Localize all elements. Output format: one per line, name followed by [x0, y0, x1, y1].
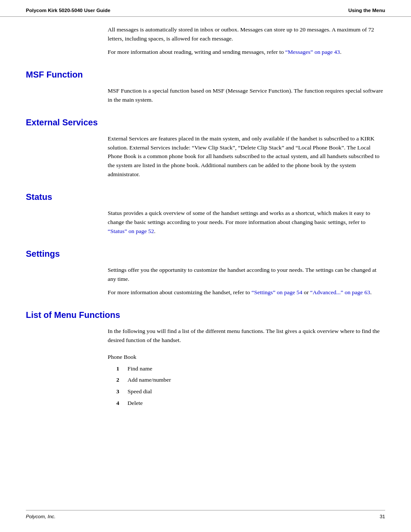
- list-item: 1 Find name: [116, 364, 385, 373]
- settings-para2: For more information about customizing t…: [108, 288, 385, 297]
- status-link[interactable]: “Status” on page 52: [108, 228, 154, 234]
- item-num-1: 1: [116, 364, 125, 373]
- advanced-link[interactable]: “Advanced...” on page 63: [310, 289, 370, 296]
- section-list-menu-functions: List of Menu Functions In the following …: [26, 310, 385, 408]
- intro-para2-end: .: [340, 49, 341, 55]
- list-menu-functions-body: In the following you will find a list of…: [108, 327, 385, 345]
- item-num-2: 2: [116, 376, 125, 385]
- external-services-heading: External Services: [26, 118, 385, 128]
- footer-page-number: 31: [380, 514, 385, 519]
- settings-para1: Settings offer you the opportunity to cu…: [108, 266, 385, 284]
- intro-para2: For more information about reading, writ…: [108, 48, 385, 57]
- item-text-2: Add name/number: [128, 376, 171, 385]
- settings-para2-mid: or: [302, 289, 310, 296]
- item-text-1: Find name: [128, 364, 152, 373]
- external-services-body: External Services are features placed in…: [108, 134, 385, 180]
- settings-body: Settings offer you the opportunity to cu…: [108, 266, 385, 297]
- msf-function-heading: MSF Function: [26, 70, 385, 80]
- item-num-3: 3: [116, 387, 125, 396]
- page: Polycom Kirk 5020-5040 User Guide Using …: [0, 0, 411, 532]
- status-body: Status provides a quick overview of some…: [108, 209, 385, 236]
- status-para1: Status provides a quick overview of some…: [108, 209, 385, 236]
- intro-block: All messages is automatically stored in …: [108, 25, 385, 57]
- status-heading: Status: [26, 192, 385, 202]
- page-footer: Polycom, Inc. 31: [26, 510, 385, 519]
- list-menu-functions-heading: List of Menu Functions: [26, 310, 385, 320]
- list-menu-intro: In the following you will find a list of…: [108, 327, 385, 345]
- external-services-para1: External Services are features placed in…: [108, 134, 385, 180]
- settings-heading: Settings: [26, 249, 385, 259]
- section-external-services: External Services External Services are …: [26, 118, 385, 180]
- list-item: 2 Add name/number: [116, 376, 385, 385]
- item-num-4: 4: [116, 399, 125, 408]
- section-settings: Settings Settings offer you the opportun…: [26, 249, 385, 297]
- msf-function-para1: MSF Function is a special function based…: [108, 87, 385, 105]
- settings-para2-start: For more information about customizing t…: [108, 289, 252, 296]
- list-item: 3 Speed dial: [116, 387, 385, 396]
- header-title-right: Using the Menu: [348, 8, 385, 13]
- phone-book-label: Phone Book: [108, 353, 385, 362]
- section-status: Status Status provides a quick overview …: [26, 192, 385, 236]
- section-msf-function: MSF Function MSF Function is a special f…: [26, 70, 385, 105]
- status-para1-end: .: [154, 228, 156, 234]
- page-header: Polycom Kirk 5020-5040 User Guide Using …: [0, 0, 411, 17]
- settings-para2-end: .: [370, 289, 371, 296]
- item-text-3: Speed dial: [128, 387, 152, 396]
- main-content: All messages is automatically stored in …: [0, 17, 411, 445]
- header-title-left: Polycom Kirk 5020-5040 User Guide: [26, 8, 110, 13]
- intro-para1: All messages is automatically stored in …: [108, 25, 385, 44]
- status-para1-start: Status provides a quick overview of some…: [108, 210, 370, 225]
- messages-link[interactable]: “Messages” on page 43: [285, 49, 340, 55]
- footer-company: Polycom, Inc.: [26, 514, 56, 519]
- intro-para2-start: For more information about reading, writ…: [108, 49, 285, 55]
- list-item: 4 Delete: [116, 399, 385, 408]
- item-text-4: Delete: [128, 399, 143, 408]
- msf-function-body: MSF Function is a special function based…: [108, 87, 385, 105]
- menu-items-list: 1 Find name 2 Add name/number 3 Speed di…: [116, 364, 385, 408]
- settings-link[interactable]: “Settings” on page 54: [252, 289, 302, 296]
